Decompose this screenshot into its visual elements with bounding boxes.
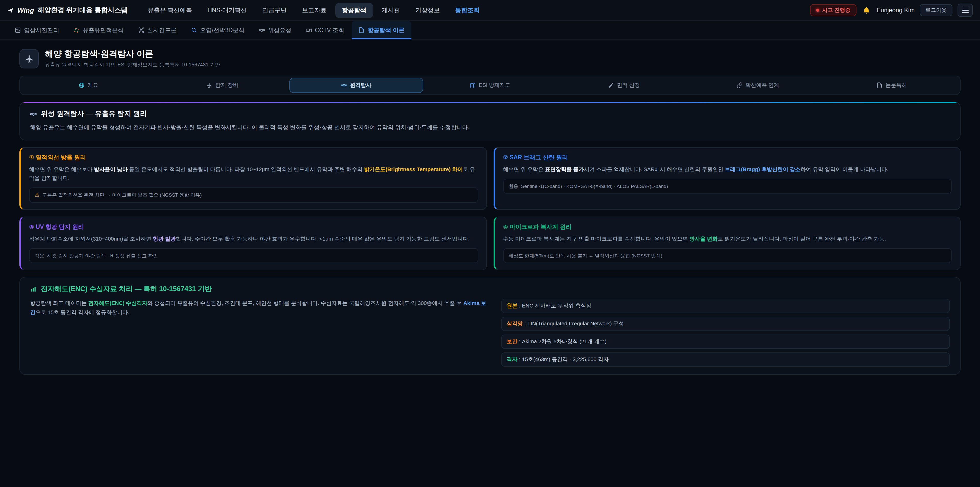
page-header-text: 해양 항공탐색·원격탐사 이론 유출유 원격탐지·항공감시 기법·ESI 방제정… [45, 49, 220, 69]
card-note-text: 적용: 해경 감시 항공기 야간 탐색 · 비정상 유출 신고 확인 [35, 252, 158, 259]
nav-item-emergency-rescue[interactable]: 긴급구난 [256, 3, 293, 18]
enc-row-text: : 15초(463m) 등간격 · 3,225,600 격자 [519, 356, 609, 362]
bell-icon [863, 6, 870, 14]
sub-nav: 영상사진관리 유출유면적분석 실시간드론 오염/선박3D분석 위성요청 [0, 21, 980, 40]
nav-item-integrated-search[interactable]: 통합조회 [449, 3, 487, 18]
enc-row-label: 삼각망 [507, 320, 523, 326]
tab-papers-patents[interactable]: 논문특허 [824, 78, 959, 93]
link-icon [736, 82, 742, 88]
tab-esi-map[interactable]: ESI 방제지도 [423, 78, 557, 93]
enc-row: 보간: Akima 2차원 5차다항식 (21개 계수) [501, 335, 950, 349]
satellite-icon [30, 110, 37, 117]
tab-detection-equipment[interactable]: 탐지 장비 [156, 78, 290, 93]
subnav-item-image-management[interactable]: 영상사진관리 [8, 21, 66, 39]
subnav-item-satellite-request[interactable]: 위성요청 [252, 21, 298, 39]
tab-label: 개요 [88, 82, 98, 89]
warning-icon: ⚠ [35, 193, 39, 198]
card-title: ① 열적외선 방출 원리 [29, 153, 478, 161]
subnav-label: 위성요청 [268, 26, 291, 34]
subnav-label: 항공탐색 이론 [368, 26, 404, 34]
card-note-text: 활용: Sentinel-1(C-band) · KOMPSAT-5(X-ban… [509, 183, 668, 190]
wing-logo-icon [7, 7, 14, 14]
subnav-item-realtime-drone[interactable]: 실시간드론 [131, 21, 183, 39]
nav-item-weather-info[interactable]: 기상정보 [409, 3, 447, 18]
tab-overview[interactable]: 개요 [21, 78, 156, 93]
nav-item-aerial-search[interactable]: 항공탐색 [335, 3, 373, 18]
plane-icon [206, 82, 212, 88]
enc-row-label: 격자 [507, 356, 517, 362]
subnav-label: 유출유면적분석 [83, 26, 124, 34]
tab-label: 탐지 장비 [215, 82, 239, 89]
enc-section-head: 전자해도(ENC) 수심자료 처리 — 특허 10-1567431 기반 [30, 284, 950, 294]
aerial-search-icon [19, 49, 39, 69]
enc-depth-panel: 전자해도(ENC) 수심자료 처리 — 특허 10-1567431 기반 항공탐… [19, 277, 961, 375]
subnav-item-cctv[interactable]: CCTV 조회 [299, 21, 351, 39]
brand[interactable]: Wing 해양환경 위기대응 통합시스템 [7, 6, 127, 15]
subnav-item-pollution-ship-3d[interactable]: 오염/선박3D분석 [184, 21, 251, 39]
satellite-icon [341, 82, 347, 88]
top-bar: Wing 해양환경 위기대응 통합시스템 유출유 확산예측 HNS·대기확산 긴… [0, 0, 980, 21]
cctv-icon [306, 27, 312, 33]
card-note: ⚠ 구름은 열적외선을 완전 차단 → 마이크로파 보조 필요 (NGSST 융… [29, 187, 478, 203]
section-title: 전자해도(ENC) 수심자료 처리 — 특허 10-1567431 기반 [41, 284, 212, 294]
document-icon [877, 82, 883, 88]
enc-row: 원본: ENC 전자해도 무작위 측심점 [501, 299, 950, 313]
document-icon [359, 27, 365, 33]
nav-item-hns-air-diffusion[interactable]: HNS·대기확산 [201, 3, 254, 18]
subnav-label: 실시간드론 [147, 26, 177, 34]
card-note: 해상도 한계(50km)로 단독 사용 불가 → 열적외선과 융합 (NGSST… [503, 248, 952, 263]
incident-status-badge[interactable]: 사고 진행중 [810, 4, 857, 16]
subnav-label: 영상사진관리 [24, 26, 59, 34]
enc-row-text: : ENC 전자해도 무작위 측심점 [519, 302, 592, 308]
top-bar-right: 사고 진행중 Eunjeong Kim 로그아웃 [810, 3, 973, 17]
nav-item-board[interactable]: 게시판 [375, 3, 407, 18]
card-note-text: 해상도 한계(50km)로 단독 사용 불가 → 열적외선과 융합 (NGSST… [509, 252, 662, 259]
hamburger-menu-button[interactable] [958, 3, 973, 17]
card-thermal-infrared: ① 열적외선 방출 원리 해수면 위 유막은 해수보다 방사율이 낮아 동일 온… [19, 147, 487, 210]
subnav-label: 오염/선박3D분석 [200, 26, 245, 34]
app-title: 해양환경 위기대응 통합시스템 [38, 6, 127, 15]
enc-steps-list: 원본: ENC 전자해도 무작위 측심점 삼각망: TIN(Triangulat… [501, 299, 950, 367]
app-root: Wing 해양환경 위기대응 통합시스템 유출유 확산예측 HNS·대기확산 긴… [0, 0, 980, 487]
tab-label: ESI 방제지도 [479, 82, 511, 89]
bar-chart-icon [30, 286, 37, 292]
subnav-label: CCTV 조회 [315, 26, 344, 34]
theory-tab-bar: 개요 탐지 장비 원격탐사 ESI 방제지도 면적 산정 [19, 76, 961, 95]
nav-item-oil-spill-prediction[interactable]: 유출유 확산예측 [141, 3, 199, 18]
enc-row: 격자: 15초(463m) 등간격 · 3,225,600 격자 [501, 353, 950, 367]
tab-remote-sensing[interactable]: 원격탐사 [289, 78, 423, 93]
card-body: 수동 마이크로파 복사계는 지구 방출 마이크로파를 수신합니다. 유막이 있으… [503, 234, 952, 243]
incident-dot-icon [816, 9, 819, 12]
drone-icon [138, 27, 144, 33]
subnav-item-aerial-theory[interactable]: 항공탐색 이론 [352, 21, 411, 39]
enc-content: 항공탐색 좌표 데이터는 전자해도(ENC) 수심격자와 중첩되어 유출유의 수… [30, 299, 950, 367]
tab-label: 원격탐사 [350, 82, 371, 89]
tab-label: 확산예측 연계 [746, 82, 779, 89]
tab-label: 면적 산정 [617, 82, 640, 89]
card-body: 해수면 위 유막은 해수보다 방사율이 낮아 동일 온도에서도 적외선 방출량이… [29, 165, 478, 182]
enc-row: 삼각망: TIN(Triangulated Irregular Network)… [501, 317, 950, 331]
user-name: Eunjeong Kim [877, 6, 915, 14]
card-title: ③ UV 형광 탐지 원리 [29, 223, 478, 231]
map-icon [469, 82, 476, 88]
card-microwave-radiometer: ④ 마이크로파 복사계 원리 수동 마이크로파 복사계는 지구 방출 마이크로파… [493, 216, 961, 270]
card-uv-fluorescence: ③ UV 형광 탐지 원리 석유계 탄화수소에 자외선(310~400nm)을 … [19, 216, 487, 270]
pencil-icon [608, 82, 614, 88]
polygon-area-icon [73, 27, 80, 33]
nav-item-reports[interactable]: 보고자료 [296, 3, 333, 18]
enc-row-label: 보간 [507, 338, 517, 344]
incident-status-label: 사고 진행중 [822, 6, 851, 14]
page-subtitle: 유출유 원격탐지·항공감시 기법·ESI 방제정보지도·등록특허 10-1567… [45, 61, 220, 69]
remote-sensing-intro-panel: 위성 원격탐사 — 유출유 탐지 원리 해양 유출유는 해수면에 유막을 형성하… [19, 102, 961, 140]
tab-diffusion-link[interactable]: 확산예측 연계 [691, 78, 825, 93]
notifications-button[interactable] [862, 5, 872, 15]
enc-row-text: : TIN(Triangulated Irregular Network) 구성 [525, 320, 624, 326]
card-note: 활용: Sentinel-1(C-band) · KOMPSAT-5(X-ban… [503, 179, 952, 194]
logout-button[interactable]: 로그아웃 [920, 4, 953, 16]
tab-area-calculation[interactable]: 면적 산정 [557, 78, 691, 93]
card-title: ④ 마이크로파 복사계 원리 [503, 223, 952, 231]
enc-row-text: : Akima 2차원 5차다항식 (21개 계수) [519, 338, 607, 344]
subnav-item-oil-area-analysis[interactable]: 유출유면적분석 [67, 21, 130, 39]
magnifier-icon [191, 27, 197, 33]
card-body: 석유계 탄화수소에 자외선(310~400nm)을 조사하면 형광 발광합니다.… [29, 234, 478, 243]
